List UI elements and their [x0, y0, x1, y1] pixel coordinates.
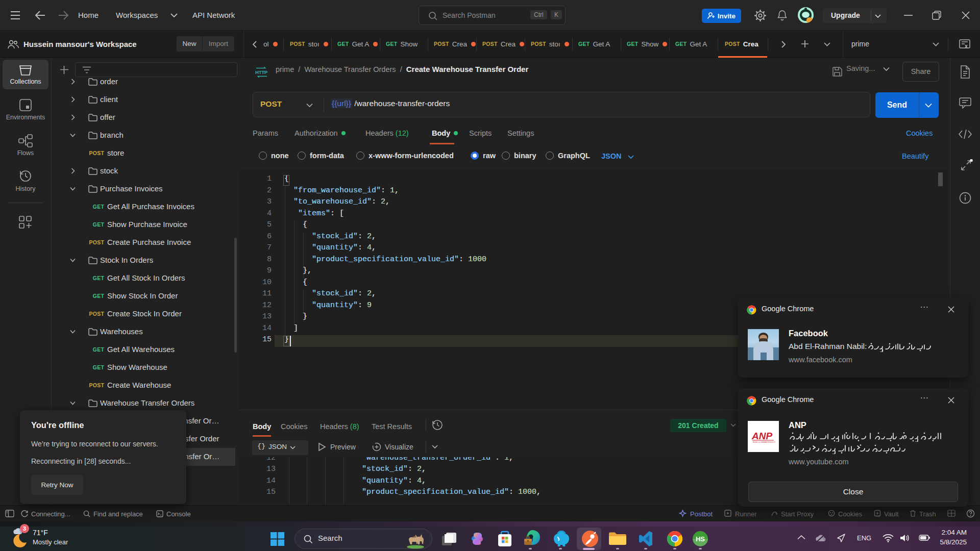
svg-text:ANP: ANP	[751, 431, 772, 441]
svg-text:HS: HS	[696, 535, 705, 543]
svg-text:MUSIC & CINEMA PRODUCTION: MUSIC & CINEMA PRODUCTION	[753, 441, 775, 443]
svg-text:HTTP: HTTP	[255, 69, 268, 75]
